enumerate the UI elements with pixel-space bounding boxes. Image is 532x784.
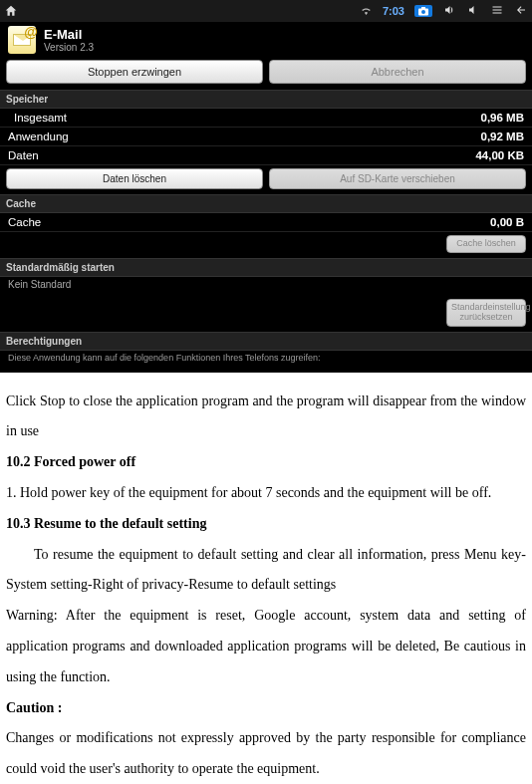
- permissions-note: Diese Anwendung kann auf die folgenden F…: [0, 351, 532, 373]
- cache-label: Cache: [8, 216, 41, 228]
- cache-button-row: Cache löschen: [0, 232, 532, 258]
- storage-data-value: 44,00 KB: [475, 149, 524, 161]
- app-header: E-Mail Version 2.3: [0, 22, 532, 60]
- storage-total-row: Insgesamt 0,96 MB: [0, 109, 532, 128]
- top-button-row: Stoppen erzwingen Abbrechen: [0, 60, 532, 90]
- cache-value: 0,00 B: [490, 216, 524, 228]
- svg-point-1: [421, 10, 425, 14]
- app-icon: [8, 26, 36, 54]
- storage-header: Speicher: [0, 90, 532, 109]
- storage-app-row: Anwendung 0,92 MB: [0, 128, 532, 146]
- permissions-header: Berechtigungen: [0, 332, 532, 351]
- volume-icon[interactable]: [442, 4, 456, 18]
- cancel-button: Abbrechen: [269, 60, 526, 84]
- wifi-icon: [360, 5, 373, 17]
- svg-rect-3: [493, 7, 502, 8]
- storage-button-row: Daten löschen Auf SD-Karte verschieben: [0, 165, 532, 194]
- clear-data-button[interactable]: Daten löschen: [6, 168, 263, 189]
- app-title: E-Mail: [44, 27, 94, 42]
- storage-app-value: 0,92 MB: [481, 131, 524, 142]
- doc-h1: 10.2 Forced power off: [6, 447, 526, 478]
- svg-rect-2: [421, 7, 425, 9]
- cache-header: Cache: [0, 194, 532, 213]
- clock: 7:03: [383, 5, 404, 17]
- doc-p4: Warning: After the equipment is reset, G…: [6, 601, 526, 692]
- svg-rect-4: [493, 10, 502, 11]
- defaults-none: Kein Standard: [0, 277, 532, 296]
- storage-total-value: 0,96 MB: [481, 112, 524, 124]
- storage-data-row: Daten 44,00 KB: [0, 146, 532, 165]
- svg-rect-5: [493, 13, 502, 14]
- cache-row: Cache 0,00 B: [0, 213, 532, 232]
- doc-p3: To resume the equipment to default setti…: [6, 540, 526, 602]
- doc-p1: Click Stop to close the application prog…: [6, 387, 526, 448]
- android-app-info-screenshot: 7:03 E-Mail Version 2.3 Stoppen erz: [0, 0, 532, 373]
- move-sd-button: Auf SD-Karte verschieben: [269, 168, 526, 189]
- doc-h3: Caution :: [6, 693, 526, 724]
- storage-total-label: Insgesamt: [14, 112, 67, 124]
- menu-icon[interactable]: [490, 4, 504, 18]
- defaults-header: Standardmäßig starten: [0, 258, 532, 277]
- status-bar: 7:03: [0, 0, 532, 22]
- doc-h2: 10.3 Resume to the default setting: [6, 509, 526, 540]
- camera-icon[interactable]: [414, 5, 432, 17]
- force-stop-button[interactable]: Stoppen erzwingen: [6, 60, 263, 84]
- home-icon[interactable]: [4, 4, 18, 18]
- doc-p2: 1. Hold power key of the equipment for a…: [6, 478, 526, 509]
- volume-down-icon[interactable]: [466, 4, 480, 18]
- doc-p5: Changes or modifications not expressly a…: [6, 723, 526, 784]
- reset-defaults-button: Standardeinstellung zurücksetzen: [446, 299, 526, 327]
- clear-cache-button: Cache löschen: [446, 235, 526, 253]
- back-icon[interactable]: [514, 4, 528, 18]
- defaults-button-row: Standardeinstellung zurücksetzen: [0, 296, 532, 332]
- storage-data-label: Daten: [8, 149, 39, 161]
- document-body: Click Stop to close the application prog…: [0, 373, 532, 784]
- storage-app-label: Anwendung: [8, 131, 69, 142]
- app-version: Version 2.3: [44, 42, 94, 53]
